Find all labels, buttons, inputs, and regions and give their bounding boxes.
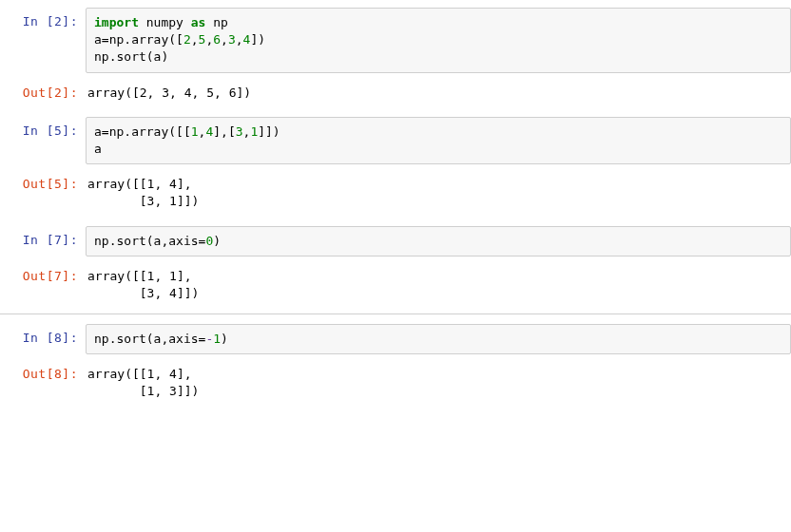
code-cell: In [2]: import numpy as np a=np.array([2…	[0, 8, 791, 73]
output-prompt: Out[7]:	[0, 262, 86, 285]
code-cell: In [7]: np.sort(a,axis=0)	[0, 226, 791, 256]
output-prompt: Out[8]:	[0, 360, 86, 383]
input-prompt: In [2]:	[0, 8, 86, 30]
input-prompt: In [5]:	[0, 117, 86, 140]
output-prompt: Out[2]:	[0, 79, 86, 102]
code-output: array([[1, 4], [1, 3]])	[86, 360, 791, 400]
code-input[interactable]: np.sort(a,axis=-1)	[86, 324, 791, 354]
code-input[interactable]: np.sort(a,axis=0)	[86, 226, 791, 256]
code-cell: In [5]: a=np.array([[1,4],[3,1]]) a	[0, 117, 791, 164]
code-output: array([[1, 1], [3, 4]])	[86, 262, 791, 302]
output-prompt: Out[5]:	[0, 170, 86, 193]
code-input[interactable]: import numpy as np a=np.array([2,5,6,3,4…	[86, 8, 791, 73]
code-cell: In [8]: np.sort(a,axis=-1)	[0, 324, 791, 354]
output-cell: Out[7]: array([[1, 1], [3, 4]])	[0, 262, 791, 302]
code-output: array([2, 3, 4, 5, 6])	[86, 79, 791, 102]
input-prompt: In [7]:	[0, 226, 86, 249]
output-cell: Out[5]: array([[1, 4], [3, 1]])	[0, 170, 791, 210]
output-cell: Out[2]: array([2, 3, 4, 5, 6])	[0, 79, 791, 102]
output-cell: Out[8]: array([[1, 4], [1, 3]])	[0, 360, 791, 400]
divider	[0, 314, 791, 314]
code-input[interactable]: a=np.array([[1,4],[3,1]]) a	[86, 117, 791, 164]
code-output: array([[1, 4], [3, 1]])	[86, 170, 791, 210]
input-prompt: In [8]:	[0, 324, 86, 347]
